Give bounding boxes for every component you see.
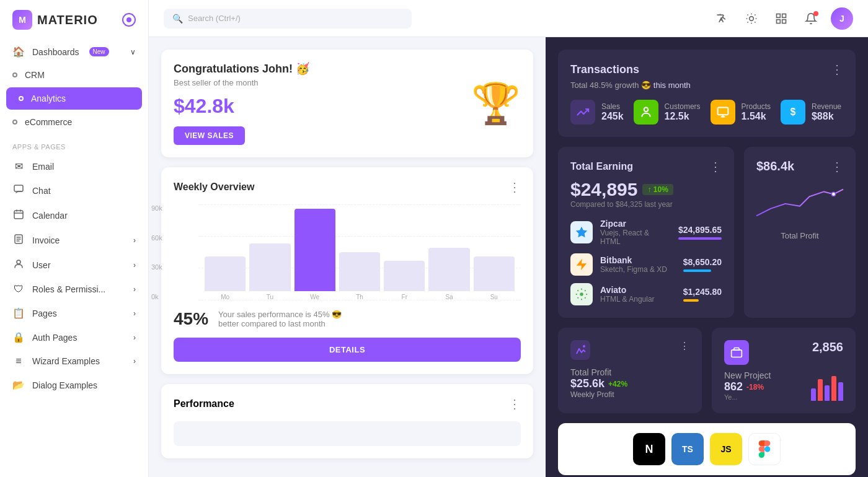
project-count-area: New Project 862 -18% Ye... bbox=[724, 370, 771, 401]
sidebar-item-crm[interactable]: CRM bbox=[0, 64, 148, 86]
sidebar-item-user[interactable]: User › bbox=[0, 253, 148, 278]
customers-value: 12.5k bbox=[665, 111, 701, 122]
mini-bar-4 bbox=[831, 376, 836, 401]
y-label-60k: 60k bbox=[151, 234, 162, 242]
aviato-sub: HTML & Angular bbox=[600, 295, 676, 304]
dialog-icon: 📂 bbox=[12, 379, 25, 391]
aviato-progress bbox=[683, 299, 699, 302]
sidebar-item-roles[interactable]: 🛡 Roles & Permissi... › bbox=[0, 278, 148, 301]
tech-logos-card: N TS JS bbox=[558, 423, 856, 475]
svg-rect-1 bbox=[14, 211, 23, 219]
svg-rect-5 bbox=[777, 14, 781, 17]
weekly-profit-menu[interactable]: ⋮ bbox=[680, 340, 689, 362]
chevron-right-icon-pages: › bbox=[133, 309, 136, 318]
weekly-header: Weekly Overview ⋮ bbox=[174, 180, 521, 195]
total-earning-card: Total Earning ⋮ $24,895 ↑ 10% Compared t… bbox=[558, 147, 734, 318]
sidebar-item-calendar[interactable]: Calendar bbox=[0, 203, 148, 228]
bitbank-name: Bitbank bbox=[600, 255, 676, 265]
record-icon[interactable] bbox=[122, 13, 136, 27]
sidebar-item-dashboards[interactable]: 🏠 Dashboards New ∨ bbox=[0, 40, 148, 64]
view-sales-button[interactable]: VIEW SALES bbox=[174, 126, 245, 145]
chart-x-labels: Mo Tu We Th Fr Sa Su bbox=[198, 294, 521, 300]
sidebar-item-dialog[interactable]: 📂 Dialog Examples bbox=[0, 373, 148, 397]
theme-icon[interactable] bbox=[742, 9, 761, 28]
sidebar-item-pages[interactable]: 📋 Pages › bbox=[0, 301, 148, 325]
y-label-30k: 30k bbox=[151, 263, 162, 271]
total-profit-label: Total Profit bbox=[756, 231, 843, 240]
profit-chart-menu[interactable]: ⋮ bbox=[831, 159, 843, 174]
sidebar-item-wizard[interactable]: ≡ Wizard Examples › bbox=[0, 349, 148, 373]
performance-menu-icon[interactable]: ⋮ bbox=[508, 396, 521, 411]
profit-project-row: ⋮ Total Profit $25.6k +42% Weekly Profit bbox=[558, 328, 856, 413]
weekly-bottom: 45% Your sales performance is 45% 😎bette… bbox=[174, 309, 521, 329]
details-button[interactable]: DETAILS bbox=[174, 338, 521, 362]
sidebar-item-invoice[interactable]: Invoice › bbox=[0, 228, 148, 253]
project-header: 2,856 bbox=[724, 340, 843, 370]
project-name: New Project bbox=[724, 370, 771, 380]
products-label: Products bbox=[742, 102, 771, 111]
svg-rect-10 bbox=[717, 108, 728, 115]
svg-point-4 bbox=[750, 16, 754, 20]
bar-chart bbox=[198, 204, 521, 291]
chart-y-labels: 90k 60k 30k 0k bbox=[151, 204, 162, 300]
sidebar-item-ecommerce[interactable]: eCommerce bbox=[0, 111, 148, 133]
sidebar-label-roles: Roles & Permissi... bbox=[32, 284, 105, 294]
transactions-menu-icon[interactable]: ⋮ bbox=[831, 62, 843, 77]
earning-item-aviato: Aviato HTML & Angular $1,245.80 bbox=[570, 283, 722, 305]
svg-rect-7 bbox=[777, 19, 781, 23]
email-icon: ✉ bbox=[12, 160, 25, 172]
stat-customers: Customers 12.5k bbox=[634, 100, 701, 125]
sidebar-item-email[interactable]: ✉ Email bbox=[0, 154, 148, 178]
earning-amount: $24,895 ↑ 10% bbox=[570, 179, 722, 200]
bitbank-progress bbox=[683, 269, 711, 272]
invoice-icon bbox=[12, 234, 25, 247]
earning-menu-icon[interactable]: ⋮ bbox=[709, 159, 722, 174]
search-bar[interactable]: 🔍 Search (Ctrl+/) bbox=[164, 9, 412, 28]
translate-icon[interactable] bbox=[712, 9, 732, 28]
sidebar: M MATERIO 🏠 Dashboards New ∨ CRM Analyti… bbox=[0, 0, 149, 477]
stat-products: Products 1.54k bbox=[711, 100, 771, 125]
bitbank-logo bbox=[570, 253, 593, 276]
earning-header: Total Earning ⋮ bbox=[570, 159, 722, 174]
logo-icon: M bbox=[12, 10, 32, 30]
svg-marker-12 bbox=[577, 259, 587, 270]
x-label-we: We bbox=[294, 294, 335, 300]
chevron-right-icon: › bbox=[133, 236, 136, 245]
svg-rect-18 bbox=[732, 350, 742, 357]
sidebar-item-auth[interactable]: 🔒 Auth Pages › bbox=[0, 325, 148, 349]
performance-header: Performance ⋮ bbox=[174, 396, 521, 411]
stat-products-info: Products 1.54k bbox=[742, 102, 771, 122]
y-label-0k: 0k bbox=[151, 293, 162, 300]
y-label-90k: 90k bbox=[151, 204, 162, 212]
stat-customers-info: Customers 12.5k bbox=[665, 102, 701, 122]
project-year-label: Ye... bbox=[724, 393, 771, 401]
topbar: 🔍 Search (Ctrl+/) J bbox=[149, 0, 868, 37]
shield-icon: 🛡 bbox=[12, 284, 25, 295]
stat-sales: Sales 245k bbox=[570, 100, 624, 125]
weekly-menu-icon[interactable]: ⋮ bbox=[508, 180, 521, 195]
sidebar-label-user: User bbox=[32, 260, 51, 270]
project-icon bbox=[724, 340, 749, 365]
svg-point-3 bbox=[17, 260, 20, 264]
sidebar-item-chat[interactable]: Chat bbox=[0, 178, 148, 203]
project-value-area: 2,856 bbox=[812, 340, 843, 354]
weekly-profit-icon bbox=[570, 340, 590, 362]
grid-icon[interactable] bbox=[771, 9, 791, 28]
products-value: 1.54k bbox=[742, 111, 771, 122]
svg-point-15 bbox=[832, 193, 835, 196]
sidebar-label-pages: Pages bbox=[32, 309, 57, 318]
javascript-logo: JS bbox=[710, 433, 742, 465]
products-icon bbox=[711, 100, 735, 125]
avatar[interactable]: J bbox=[831, 7, 853, 30]
main-area: 🔍 Search (Ctrl+/) J bbox=[149, 0, 868, 477]
revenue-label: Revenue bbox=[812, 102, 841, 111]
lock-icon: 🔒 bbox=[12, 331, 25, 343]
x-label-fr: Fr bbox=[384, 294, 425, 300]
weekly-profit-card: ⋮ Total Profit $25.6k +42% Weekly Profit bbox=[558, 328, 702, 413]
svg-rect-0 bbox=[14, 185, 23, 191]
notification-icon[interactable] bbox=[801, 9, 821, 28]
bitbank-val: $8,650.20 bbox=[683, 257, 722, 272]
bar-tu bbox=[249, 243, 290, 291]
sidebar-item-analytics[interactable]: Analytics bbox=[6, 87, 142, 110]
sidebar-label-dashboards: Dashboards bbox=[32, 47, 79, 57]
